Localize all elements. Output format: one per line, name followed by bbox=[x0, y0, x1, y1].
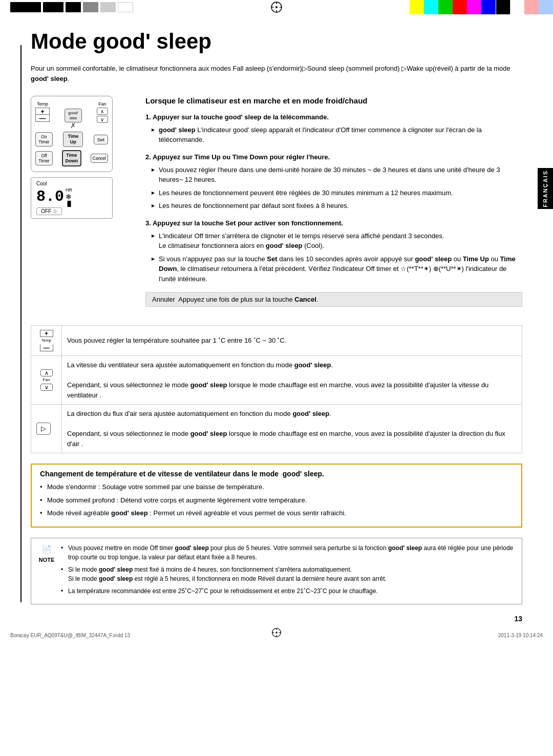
minus-button[interactable]: — bbox=[35, 115, 50, 122]
time-up-button[interactable]: TimeUp bbox=[63, 132, 83, 147]
fan-icon-cell: ∧ Fan ∨ bbox=[31, 356, 62, 405]
temp-label: Temp bbox=[35, 101, 50, 107]
header-light-block bbox=[100, 2, 116, 12]
fan-label: Fan bbox=[97, 101, 108, 107]
header-black-block-2 bbox=[43, 2, 63, 12]
main-section: Temp + — good'slee ✗ bbox=[31, 96, 522, 315]
cancel-button[interactable]: Cancel bbox=[91, 154, 108, 163]
display-cool-label: Cool bbox=[36, 181, 107, 186]
note-content: Vous pouvez mettre en mode Off timer goo… bbox=[61, 543, 516, 599]
color-strip-green bbox=[438, 0, 453, 14]
color-strip-red bbox=[453, 0, 467, 14]
display-number-row: 8.0 HR ❄ ▐▌ bbox=[36, 187, 107, 206]
airflow-icon-cell: ▷ bbox=[31, 405, 62, 453]
color-strip-cyan bbox=[424, 0, 438, 14]
instruction-step-2: 2. Appuyez sur Time Up ou Time Down pour… bbox=[145, 153, 522, 211]
bottom-highlight-box: Changement de température et de vitesse … bbox=[31, 464, 522, 528]
fan-down-icon: ∨ bbox=[40, 384, 53, 391]
annuler-text: Annuler Appuyez une fois de plus sur la … bbox=[152, 296, 318, 303]
temp-icon-cell: + Temp — bbox=[31, 326, 62, 356]
note-icon: 📄 bbox=[41, 543, 52, 556]
display-number: 8.0 bbox=[36, 188, 64, 205]
temp-description: Vous pouvez régler la température souhai… bbox=[62, 326, 522, 356]
remote-container: Temp + — good'slee ✗ bbox=[31, 96, 133, 315]
color-strips bbox=[410, 0, 553, 14]
step2-bullet-1: Vous pouvez régler l'heure dans une demi… bbox=[152, 165, 522, 185]
airflow-icon: ▷ bbox=[36, 423, 51, 435]
display-hr: HR bbox=[66, 187, 73, 193]
instruction-step-3: 3. Appuyez sur la touche Set pour active… bbox=[145, 219, 522, 284]
display-off-label: OFF ☆ bbox=[36, 207, 62, 215]
page-title: Mode good' sleep bbox=[31, 30, 522, 53]
fan-description: La vitesse du ventilateur sera ajustée a… bbox=[62, 356, 522, 405]
set-button[interactable]: Set bbox=[94, 135, 108, 144]
step2-bullets: Vous pouvez régler l'heure dans une demi… bbox=[145, 165, 522, 211]
temp-plus-icon: + bbox=[40, 330, 53, 337]
header-white-block bbox=[118, 2, 133, 12]
remote-body: Temp + — good'slee ✗ bbox=[31, 96, 113, 172]
airflow-description: La direction du flux d'air sera ajustée … bbox=[62, 405, 522, 453]
display-indicators: HR ❄ ▐▌ bbox=[66, 187, 73, 206]
fan-down-button[interactable]: ∨ bbox=[97, 116, 108, 123]
step2-title: 2. Appuyez sur Time Up ou Time Down pour… bbox=[145, 153, 522, 161]
good-sleep-button[interactable]: good'slee bbox=[65, 109, 81, 122]
svg-point-7 bbox=[275, 632, 277, 633]
header-black-block-1 bbox=[10, 2, 41, 12]
bottom-bullet-1: Mode s'endormir : Soulage votre sommeil … bbox=[40, 482, 513, 492]
annuler-box: Annuler Appuyez une fois de plus sur la … bbox=[145, 292, 522, 307]
note-bullet-2: Si le mode good' sleep mest fixé à moins… bbox=[61, 565, 516, 583]
color-strip-white bbox=[510, 0, 524, 14]
intro-text: Pour un sommeil confortable, le climatis… bbox=[31, 64, 522, 83]
color-strip-magenta bbox=[467, 0, 481, 14]
step1-bullet-1: good' sleep L'indicateur good' sleep app… bbox=[152, 125, 522, 145]
feature-table: + Temp — Vous pouvez régler la températu… bbox=[31, 325, 522, 453]
plus-button[interactable]: + bbox=[35, 108, 50, 115]
step1-bullets: good' sleep L'indicateur good' sleep app… bbox=[145, 125, 522, 145]
header-black-block-3 bbox=[66, 2, 81, 12]
color-strip-lightblue bbox=[539, 0, 553, 14]
note-text: NOTE bbox=[39, 556, 55, 564]
header-bar bbox=[0, 0, 553, 14]
good-sleep-area: good'slee ✗ bbox=[65, 109, 81, 130]
display-panel: Cool 8.0 HR ❄ ▐▌ OFF ☆ bbox=[31, 177, 113, 219]
fan-control: Fan ∧ ∨ bbox=[97, 101, 108, 123]
step3-bullet-1: L'indicateur Off timer s'arrêtera de cli… bbox=[152, 231, 522, 251]
svg-point-1 bbox=[275, 6, 278, 8]
off-timer-button[interactable]: OffTimer bbox=[35, 151, 53, 165]
step2-bullet-2: Les heures de fonctionnement peuvent êtr… bbox=[152, 188, 522, 198]
time-down-button[interactable]: TimeDown bbox=[62, 150, 82, 166]
temp-control: Temp + — bbox=[35, 101, 50, 122]
note-bullet-3: La température recommandée est entre 25˚… bbox=[61, 586, 516, 596]
note-box: 📄 NOTE Vous pouvez mettre en mode Off ti… bbox=[31, 538, 522, 604]
footer-left: Boracay EUR_AQ09T&U@_IBIM_32447A_F.indd … bbox=[10, 633, 130, 638]
note-label: 📄 NOTE bbox=[37, 543, 56, 599]
header-gray-block bbox=[83, 2, 98, 12]
bottom-compass-icon bbox=[271, 627, 282, 639]
fan-up-button[interactable]: ∧ bbox=[97, 108, 108, 115]
step2-bullet-3: Les heures de fonctionnement par défaut … bbox=[152, 201, 522, 211]
step3-bullets: L'indicateur Off timer s'arrêtera de cli… bbox=[145, 231, 522, 284]
table-row-fan: ∧ Fan ∨ La vitesse du ventilateur sera a… bbox=[31, 356, 522, 405]
note-bullet-list: Vous pouvez mettre en mode Off timer goo… bbox=[61, 543, 516, 596]
fan-icon-label: Fan bbox=[43, 377, 50, 383]
color-strip-black bbox=[496, 0, 510, 14]
step3-bullet-2: Si vous n'appuyez pas sur la touche Set … bbox=[152, 254, 522, 284]
left-margin-line bbox=[20, 45, 22, 602]
footer-right: 2011-3-19 10:14:24 bbox=[498, 633, 543, 638]
section-heading: Lorsque le climatiseur est en marche et … bbox=[145, 96, 522, 106]
display-signal-icon: ▐▌ bbox=[66, 201, 73, 206]
instruction-step-1: 1. Appuyer sur la touche good' sleep de … bbox=[145, 113, 522, 145]
table-row-airflow: ▷ La direction du flux d'air sera ajusté… bbox=[31, 405, 522, 453]
step3-title: 3. Appuyez sur la touche Set pour active… bbox=[145, 219, 522, 227]
color-strip-pink bbox=[524, 0, 539, 14]
on-timer-button[interactable]: OnTimer bbox=[35, 132, 53, 146]
diagonal-lines-icon: ✗ bbox=[70, 121, 76, 130]
color-strip-yellow bbox=[410, 0, 424, 14]
temp-minus-icon: — bbox=[40, 344, 53, 351]
highlight-title: Changement de température et de vitesse … bbox=[40, 470, 513, 478]
timer-row-1: OnTimer TimeUp Set bbox=[35, 132, 108, 147]
step1-title: 1. Appuyer sur la touche good' sleep de … bbox=[145, 113, 522, 121]
bottom-bullet-2: Mode sommeil profond : Détend votre corp… bbox=[40, 495, 513, 506]
bottom-bullet-3: Mode réveil agréable good' sleep : Perme… bbox=[40, 508, 513, 518]
table-row-temp: + Temp — Vous pouvez régler la températu… bbox=[31, 326, 522, 356]
